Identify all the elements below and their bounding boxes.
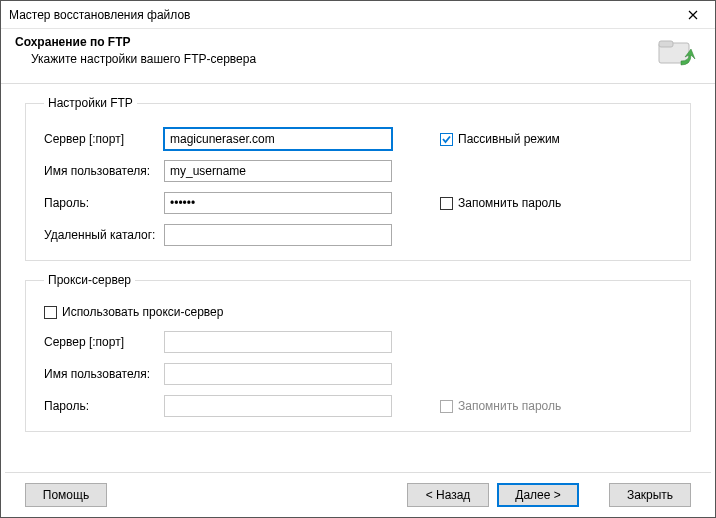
wizard-header: Сохранение по FTP Укажите настройки ваше… (1, 29, 715, 84)
proxy-username-input (164, 363, 392, 385)
ftp-save-icon (655, 35, 699, 73)
remember-password-checkbox[interactable]: Запомнить пароль (440, 196, 561, 210)
proxy-password-input (164, 395, 392, 417)
svg-rect-1 (659, 41, 673, 47)
back-button[interactable]: < Назад (407, 483, 489, 507)
checkbox-unchecked-icon (44, 306, 57, 319)
ftp-legend: Настройки FTP (44, 96, 137, 110)
checkbox-unchecked-icon (440, 197, 453, 210)
ftp-username-label: Имя пользователя: (44, 164, 164, 178)
proxy-remember-password-checkbox: Запомнить пароль (440, 399, 561, 413)
window-title: Мастер восстановления файлов (9, 8, 190, 22)
passive-mode-label: Пассивный режим (458, 132, 560, 146)
ftp-server-input[interactable] (164, 128, 392, 150)
ftp-password-label: Пароль: (44, 196, 164, 210)
checkbox-checked-icon (440, 133, 453, 146)
page-subtitle: Укажите настройки вашего FTP-сервера (15, 52, 256, 66)
use-proxy-label: Использовать прокси-сервер (62, 305, 223, 319)
titlebar: Мастер восстановления файлов (1, 1, 715, 29)
proxy-username-label: Имя пользователя: (44, 367, 164, 381)
passive-mode-checkbox[interactable]: Пассивный режим (440, 132, 560, 146)
ftp-password-input[interactable] (164, 192, 392, 214)
proxy-server-input (164, 331, 392, 353)
ftp-remote-dir-input[interactable] (164, 224, 392, 246)
ftp-username-input[interactable] (164, 160, 392, 182)
ftp-server-label: Сервер [:порт] (44, 132, 164, 146)
content-area: Настройки FTP Сервер [:порт] Пассивный р… (1, 84, 715, 472)
remember-password-label: Запомнить пароль (458, 196, 561, 210)
dialog-window: Мастер восстановления файлов Сохранение … (0, 0, 716, 518)
checkbox-unchecked-icon (440, 400, 453, 413)
proxy-legend: Прокси-сервер (44, 273, 135, 287)
proxy-password-label: Пароль: (44, 399, 164, 413)
proxy-server-label: Сервер [:порт] (44, 335, 164, 349)
next-button[interactable]: Далее > (497, 483, 579, 507)
close-button[interactable]: Закрыть (609, 483, 691, 507)
ftp-remote-dir-label: Удаленный каталог: (44, 228, 164, 242)
ftp-settings-group: Настройки FTP Сервер [:порт] Пассивный р… (25, 96, 691, 261)
help-button[interactable]: Помощь (25, 483, 107, 507)
page-title: Сохранение по FTP (15, 35, 256, 49)
close-icon[interactable] (671, 1, 715, 29)
proxy-settings-group: Прокси-сервер Использовать прокси-сервер… (25, 273, 691, 432)
use-proxy-checkbox[interactable]: Использовать прокси-сервер (44, 305, 672, 319)
wizard-footer: Помощь < Назад Далее > Закрыть (5, 472, 711, 517)
proxy-remember-password-label: Запомнить пароль (458, 399, 561, 413)
